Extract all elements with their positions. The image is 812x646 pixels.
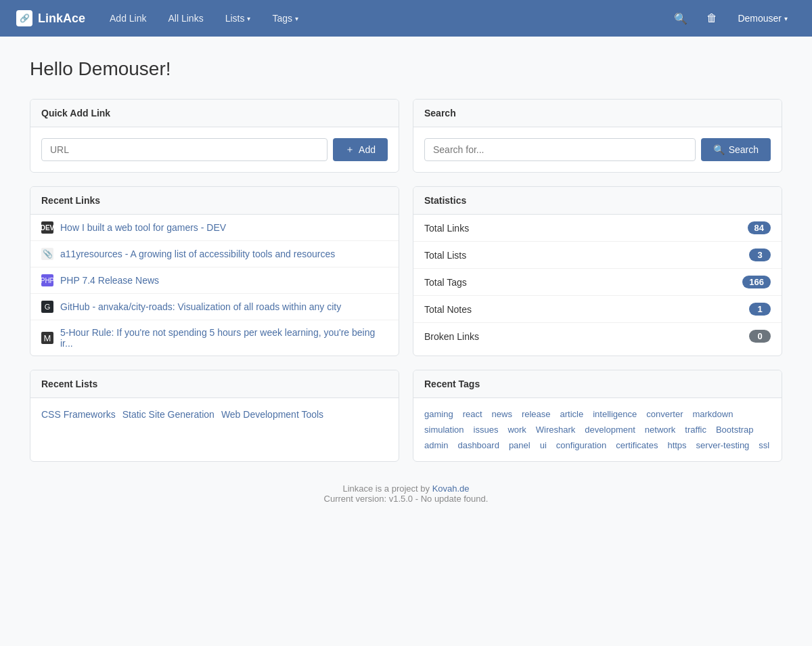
search-btn-icon: 🔍 xyxy=(713,144,725,155)
tag-item[interactable]: release xyxy=(522,409,551,419)
link-favicon: M xyxy=(41,332,53,344)
stat-row: Total Lists3 xyxy=(413,242,782,269)
tag-item[interactable]: network xyxy=(645,425,676,435)
stat-badge: 166 xyxy=(742,276,771,288)
recent-links-title: Recent Links xyxy=(30,187,399,215)
link-item[interactable]: GGitHub - anvaka/city-roads: Visualizati… xyxy=(30,294,399,320)
tag-item[interactable]: Wireshark xyxy=(536,425,576,435)
dashboard-grid: Quick Add Link ＋ Add Search 🔍 xyxy=(30,99,782,462)
tag-item[interactable]: Bootstrap xyxy=(716,425,754,435)
tag-item[interactable]: ui xyxy=(540,440,547,450)
link-item[interactable]: DEVHow I built a web tool for gamers - D… xyxy=(30,215,399,241)
tag-item[interactable]: https xyxy=(667,440,686,450)
nav-add-link[interactable]: Add Link xyxy=(102,9,154,28)
stat-badge: 84 xyxy=(748,221,771,234)
stat-badge: 0 xyxy=(749,330,771,343)
trash-icon: 🗑 xyxy=(706,12,717,24)
tag-item[interactable]: news xyxy=(492,409,512,419)
recent-links-list: DEVHow I built a web tool for gamers - D… xyxy=(30,215,399,356)
search-row: 🔍 Search xyxy=(424,138,771,161)
tag-item[interactable]: simulation xyxy=(424,425,464,435)
main-content: Hello Demouser! Quick Add Link ＋ Add Sea… xyxy=(14,37,798,542)
stat-label: Broken Links xyxy=(424,331,479,342)
stat-label: Total Notes xyxy=(424,304,472,315)
tag-item[interactable]: article xyxy=(560,409,584,419)
search-icon-button[interactable]: 🔍 xyxy=(667,8,694,29)
stat-label: Total Links xyxy=(424,223,469,234)
tag-item[interactable]: markdown xyxy=(692,409,733,419)
list-item[interactable]: CSS Frameworks xyxy=(41,409,116,420)
user-chevron-icon: ▾ xyxy=(784,15,788,22)
stat-row: Total Links84 xyxy=(413,215,782,242)
nav-lists-dropdown[interactable]: Lists ▾ xyxy=(217,9,259,28)
link-favicon: DEV xyxy=(41,221,53,234)
link-item[interactable]: M5-Hour Rule: If you're not spending 5 h… xyxy=(30,320,399,356)
statistics-card: Statistics Total Links84Total Lists3Tota… xyxy=(413,186,782,356)
tag-item[interactable]: dashboard xyxy=(457,440,499,450)
lists-chevron-icon: ▾ xyxy=(247,15,250,22)
recent-tags-body: gamingreactnewsreleasearticleintelligenc… xyxy=(413,398,782,461)
search-title: Search xyxy=(413,100,782,127)
tag-item[interactable]: server-testing xyxy=(696,440,750,450)
stat-row: Total Notes1 xyxy=(413,296,782,323)
link-favicon: PHP xyxy=(41,274,53,286)
url-input[interactable] xyxy=(41,138,328,161)
tag-item[interactable]: admin xyxy=(424,440,448,450)
recent-links-card: Recent Links DEVHow I built a web tool f… xyxy=(30,186,399,356)
footer: Linkace is a project by Kovah.de Current… xyxy=(30,462,782,520)
stat-label: Total Lists xyxy=(424,250,466,261)
nav-all-links[interactable]: All Links xyxy=(160,9,212,28)
footer-text-before: Linkace is a project by xyxy=(342,483,432,494)
brand-logo[interactable]: 🔗 LinkAce xyxy=(16,10,85,26)
url-input-row: ＋ Add xyxy=(41,138,388,161)
list-item[interactable]: Static Site Generation xyxy=(122,409,215,420)
tag-item[interactable]: ssl xyxy=(759,440,769,450)
recent-lists-card: Recent Lists CSS FrameworksStatic Site G… xyxy=(30,370,399,462)
link-favicon: G xyxy=(41,301,53,313)
link-item[interactable]: 📎a11yresources - A growing list of acces… xyxy=(30,241,399,267)
tag-item[interactable]: traffic xyxy=(685,425,706,435)
nav-tags-dropdown[interactable]: Tags ▾ xyxy=(264,9,307,28)
tag-item[interactable]: certificates xyxy=(616,440,658,450)
stat-row: Broken Links0 xyxy=(413,323,782,349)
search-input[interactable] xyxy=(424,138,696,161)
stat-row: Total Tags166 xyxy=(413,269,782,296)
tag-item[interactable]: issues xyxy=(474,425,499,435)
link-text: PHP 7.4 Release News xyxy=(60,275,159,286)
tag-item[interactable]: converter xyxy=(646,409,683,419)
tag-item[interactable]: work xyxy=(508,425,526,435)
search-card: Search 🔍 Search xyxy=(413,99,782,173)
search-body: 🔍 Search xyxy=(413,127,782,172)
add-link-button[interactable]: ＋ Add xyxy=(333,138,388,161)
tag-item[interactable]: intelligence xyxy=(593,409,637,419)
link-text: How I built a web tool for gamers - DEV xyxy=(60,222,226,233)
recent-tags-title: Recent Tags xyxy=(413,370,782,398)
list-item[interactable]: Web Development Tools xyxy=(221,409,323,420)
stat-badge: 1 xyxy=(749,303,771,316)
page-greeting: Hello Demouser! xyxy=(30,58,782,80)
recent-tags-card: Recent Tags gamingreactnewsreleasearticl… xyxy=(413,370,782,462)
quick-add-card: Quick Add Link ＋ Add xyxy=(30,99,399,173)
trash-icon-button[interactable]: 🗑 xyxy=(700,8,724,28)
user-menu-button[interactable]: Demouser ▾ xyxy=(729,9,796,28)
link-favicon: 📎 xyxy=(41,248,53,260)
tag-item[interactable]: react xyxy=(463,409,482,419)
link-item[interactable]: PHPPHP 7.4 Release News xyxy=(30,267,399,294)
link-text: a11yresources - A growing list of access… xyxy=(60,249,335,259)
brand-name: LinkAce xyxy=(38,12,85,26)
recent-lists-title: Recent Lists xyxy=(30,370,399,398)
tag-item[interactable]: development xyxy=(585,425,635,435)
search-button[interactable]: 🔍 Search xyxy=(701,138,771,161)
tag-item[interactable]: panel xyxy=(509,440,531,450)
footer-version: Current version: v1.5.0 - No update foun… xyxy=(30,494,782,504)
tag-item[interactable]: gaming xyxy=(424,409,453,419)
search-icon: 🔍 xyxy=(674,12,687,25)
statistics-list: Total Links84Total Lists3Total Tags166To… xyxy=(413,215,782,349)
link-text: 5-Hour Rule: If you're not spending 5 ho… xyxy=(60,327,388,349)
plus-icon: ＋ xyxy=(345,144,355,156)
stat-label: Total Tags xyxy=(424,277,467,288)
link-text: GitHub - anvaka/city-roads: Visualizatio… xyxy=(60,301,341,312)
tags-chevron-icon: ▾ xyxy=(295,15,298,22)
tag-item[interactable]: configuration xyxy=(556,440,606,450)
footer-link[interactable]: Kovah.de xyxy=(432,483,470,494)
